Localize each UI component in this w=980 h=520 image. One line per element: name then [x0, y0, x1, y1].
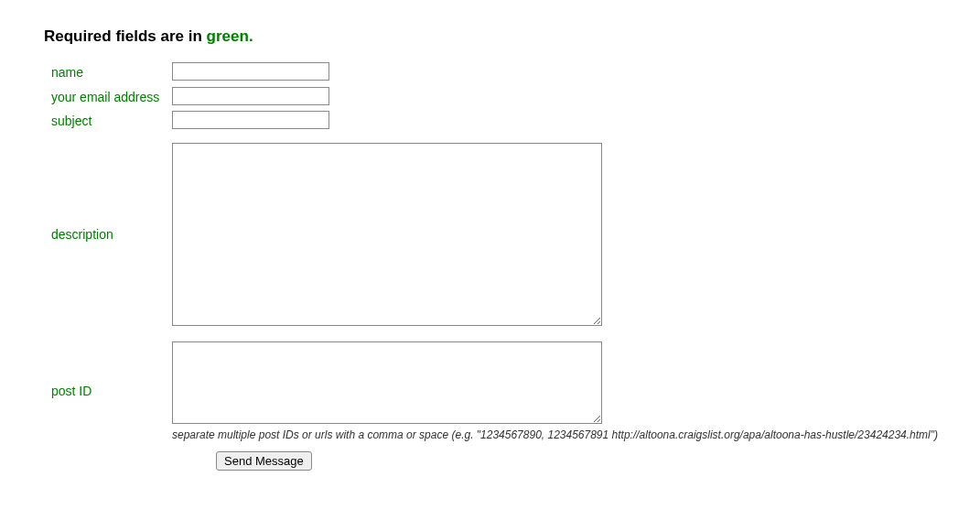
send-message-button[interactable]: Send Message — [216, 451, 312, 471]
name-label: name — [44, 62, 172, 81]
subject-row: subject — [44, 111, 980, 130]
email-label: your email address — [44, 87, 172, 106]
subject-label: subject — [44, 111, 172, 130]
description-row: description — [44, 143, 980, 329]
heading-prefix: Required fields are in — [44, 27, 207, 45]
name-row: name — [44, 62, 980, 81]
subject-input[interactable] — [172, 111, 329, 129]
email-input[interactable] — [172, 87, 329, 105]
postid-row: post ID separate multiple post IDs or ur… — [44, 341, 980, 443]
required-fields-heading: Required fields are in green. — [44, 27, 980, 46]
postid-hint: separate multiple post IDs or urls with … — [172, 428, 938, 443]
email-row: your email address — [44, 87, 980, 106]
heading-green-word: green. — [207, 27, 253, 45]
name-input[interactable] — [172, 62, 329, 81]
postid-textarea[interactable] — [172, 341, 602, 424]
postid-label: post ID — [44, 384, 172, 400]
description-label: description — [44, 227, 172, 244]
description-textarea[interactable] — [172, 143, 602, 326]
